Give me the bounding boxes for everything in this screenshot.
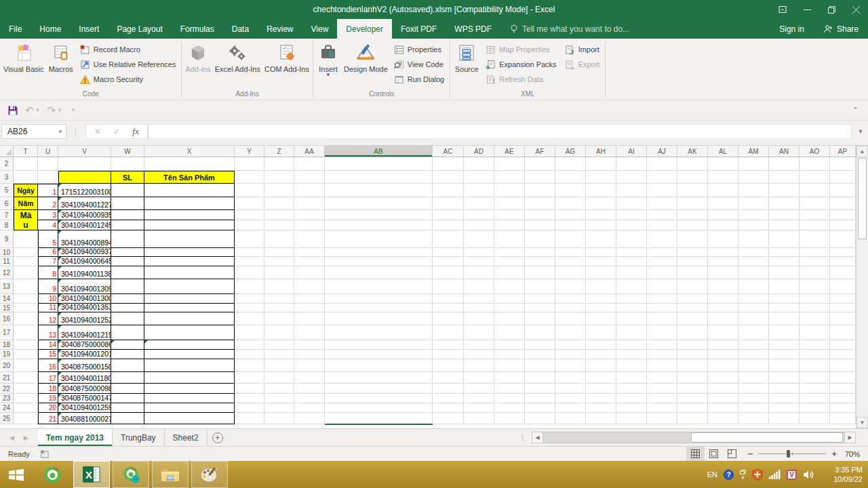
cell-Z20[interactable] (264, 359, 294, 372)
cell-AN13[interactable] (769, 279, 800, 294)
cell-AC23[interactable] (433, 394, 464, 403)
cell-AK14[interactable] (677, 294, 708, 304)
cell-Y8[interactable] (235, 220, 264, 230)
cell-AA10[interactable] (294, 248, 325, 257)
cell-AP22[interactable] (830, 384, 856, 394)
cell-AC20[interactable] (433, 359, 464, 372)
cell-T19[interactable] (14, 350, 38, 359)
cell-AD23[interactable] (464, 394, 494, 403)
cell-AL19[interactable] (708, 350, 738, 359)
cell-AE5[interactable] (494, 184, 525, 197)
zoom-slider-thumb[interactable] (787, 450, 790, 458)
cell-AK23[interactable] (677, 394, 708, 403)
cell-AJ12[interactable] (647, 266, 677, 279)
cell-AC24[interactable] (433, 403, 464, 413)
cell-Y25[interactable] (235, 413, 264, 424)
cell-U12[interactable]: 8 (38, 266, 58, 279)
cell-AH3[interactable] (586, 171, 616, 184)
design-mode-button[interactable]: Design Mode (342, 39, 390, 89)
column-header-AF[interactable]: AF (525, 146, 555, 157)
cell-AF21[interactable] (525, 372, 555, 384)
cell-AG2[interactable] (555, 157, 586, 171)
cell-AC5[interactable] (433, 184, 464, 197)
cell-W3[interactable]: SL (111, 171, 144, 184)
cell-AP13[interactable] (830, 279, 856, 294)
cell-AA9[interactable] (294, 230, 325, 248)
cell-AD11[interactable] (464, 257, 494, 266)
cell-AP25[interactable] (830, 413, 856, 424)
ribbon-tab-review[interactable]: Review (258, 19, 302, 39)
cell-AK18[interactable] (677, 340, 708, 350)
import-button[interactable]: Import (562, 42, 603, 57)
cell-AL21[interactable] (708, 372, 738, 384)
cell-U10[interactable]: 6 (38, 248, 58, 257)
cell-AG22[interactable] (555, 384, 586, 394)
cell-AE16[interactable] (494, 312, 525, 325)
row-header-7[interactable]: 7 (0, 210, 14, 220)
cell-AL23[interactable] (708, 394, 738, 403)
cell-U15[interactable]: 11 (38, 304, 58, 312)
horizontal-scroll-thumb[interactable] (691, 432, 843, 443)
cell-AL18[interactable] (708, 340, 738, 350)
cell-AP24[interactable] (830, 403, 856, 413)
cell-W7[interactable] (111, 210, 144, 220)
zoom-out-button[interactable]: − (748, 449, 753, 459)
cell-AI21[interactable] (616, 372, 647, 384)
cell-U9[interactable]: 5 (38, 230, 58, 248)
cell-AM22[interactable] (738, 384, 769, 394)
cell-T17[interactable] (14, 325, 38, 340)
cell-U21[interactable]: 17 (38, 372, 58, 384)
name-box-dropdown-icon[interactable]: ▼ (58, 129, 63, 135)
cell-V18[interactable]: 3040875000086 (58, 340, 111, 350)
cell-X11[interactable] (144, 257, 235, 266)
cell-AF7[interactable] (525, 210, 555, 220)
cell-AD5[interactable] (464, 184, 494, 197)
cell-AM17[interactable] (738, 325, 769, 340)
cell-T21[interactable] (14, 372, 38, 384)
zoom-percentage[interactable]: 70% (844, 450, 868, 458)
cell-AE20[interactable] (494, 359, 525, 372)
ribbon-tab-data[interactable]: Data (223, 19, 258, 39)
cell-V15[interactable]: 3041094001353 (58, 304, 111, 312)
zoom-slider[interactable] (758, 453, 826, 454)
cell-Z14[interactable] (264, 294, 294, 304)
cell-AJ2[interactable] (647, 157, 677, 171)
cell-Z22[interactable] (264, 384, 294, 394)
cell-AJ15[interactable] (647, 304, 677, 312)
ribbon-display-options-icon[interactable] (770, 0, 795, 19)
cell-AO25[interactable] (800, 413, 830, 424)
cell-X13[interactable] (144, 279, 235, 294)
cell-AP19[interactable] (830, 350, 856, 359)
cell-X6[interactable] (144, 197, 235, 210)
cell-AO14[interactable] (800, 294, 830, 304)
row-header-12[interactable]: 12 (0, 266, 14, 279)
cell-AL17[interactable] (708, 325, 738, 340)
cell-AB25[interactable] (325, 413, 433, 424)
column-header-V[interactable]: V (58, 146, 111, 157)
cell-Z16[interactable] (264, 312, 294, 325)
cell-AE2[interactable] (494, 157, 525, 171)
cell-AF22[interactable] (525, 384, 555, 394)
cell-Y5[interactable] (235, 184, 264, 197)
cell-AH15[interactable] (586, 304, 616, 312)
cell-AF11[interactable] (525, 257, 555, 266)
cell-AG5[interactable] (555, 184, 586, 197)
cell-AO19[interactable] (800, 350, 830, 359)
cell-AE13[interactable] (494, 279, 525, 294)
visual-basic-button[interactable]: Visual Basic (1, 39, 46, 89)
cell-AN14[interactable] (769, 294, 800, 304)
cell-AE9[interactable] (494, 230, 525, 248)
cell-AH12[interactable] (586, 266, 616, 279)
source-button[interactable]: Source (452, 39, 481, 89)
cell-AB12[interactable] (325, 266, 433, 279)
row-header-6[interactable]: 6 (0, 197, 14, 210)
cell-AA5[interactable] (294, 184, 325, 197)
cell-AD25[interactable] (464, 413, 494, 424)
column-header-T[interactable]: T (14, 146, 38, 157)
cell-AI15[interactable] (616, 304, 647, 312)
cell-AO15[interactable] (800, 304, 830, 312)
select-all-corner[interactable] (0, 146, 14, 157)
cell-AA16[interactable] (294, 312, 325, 325)
cell-AJ9[interactable] (647, 230, 677, 248)
cell-V7[interactable]: 3041094000935 (58, 210, 111, 220)
